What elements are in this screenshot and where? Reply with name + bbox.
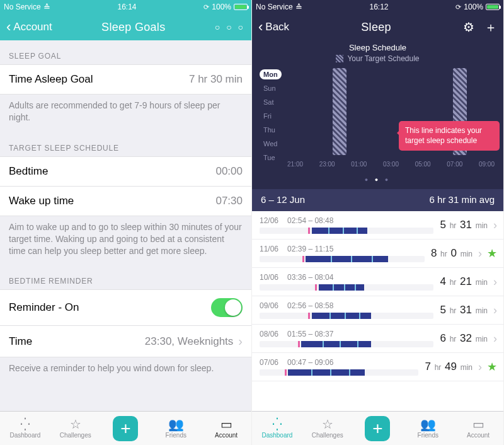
wakeup-row[interactable]: Wake up time 07:30: [0, 187, 251, 216]
entry-right: 6 hr 32 min›: [440, 332, 497, 345]
entry-bar: [260, 313, 433, 319]
label: Account: [215, 432, 238, 439]
tab-add[interactable]: +: [101, 412, 151, 445]
back-label: Account: [13, 21, 52, 33]
chevron-right-icon: ›: [493, 275, 497, 289]
entry-duration: 8 hr 0 min: [431, 247, 473, 260]
friends-icon: 👥: [168, 418, 184, 431]
sleep-list: 12/0602:54 – 08:485 hr 31 min›11/0602:39…: [252, 211, 503, 411]
sleep-entry[interactable]: 10/0603:36 – 08:044 hr 21 min›: [252, 268, 503, 296]
day-label[interactable]: Thu: [260, 125, 282, 135]
tab-challenges[interactable]: ☆ Challenges: [302, 412, 353, 445]
tab-dashboard[interactable]: ⁛ Dashboard: [252, 412, 302, 445]
chevron-right-icon: ›: [493, 332, 497, 345]
schedule-chart[interactable]: MonSunSatFriThuWedTue This line indicate…: [252, 67, 503, 174]
sleep-entry[interactable]: 11/0602:39 – 11:158 hr 0 min›★: [252, 240, 503, 268]
bedtime-row[interactable]: Bedtime 00:00: [0, 156, 251, 187]
x-tick: 07:00: [447, 161, 462, 168]
entry-left: 12/0602:54 – 08:48: [260, 216, 433, 234]
sleep-entry[interactable]: 09/0602:56 – 08:585 hr 31 min›: [252, 296, 503, 325]
chevron-left-icon: ‹: [258, 20, 263, 34]
section-bedtime-reminder: Bedtime Reminder: [0, 265, 251, 289]
plus-icon: +: [365, 416, 390, 441]
time-asleep-goal-row[interactable]: Time Asleep Goal 7 hr 30 min: [0, 64, 251, 95]
entry-bar: [260, 228, 433, 234]
x-tick: 01:00: [351, 161, 367, 168]
clock: 16:14: [117, 3, 136, 11]
label: Wake up time: [9, 195, 74, 207]
back-button[interactable]: ‹ Back: [258, 20, 289, 34]
entry-range: 02:56 – 08:58: [287, 301, 333, 310]
entry-range: 02:54 – 08:48: [287, 216, 333, 225]
entry-right: 5 hr 31 min›: [440, 304, 497, 317]
tab-challenges[interactable]: ☆ Challenges: [50, 412, 101, 445]
chevron-right-icon: ›: [478, 361, 482, 374]
settings-button[interactable]: ⚙: [463, 20, 474, 35]
label: Friends: [418, 432, 438, 439]
chevron-right-icon: ›: [493, 219, 497, 232]
sleep-entry[interactable]: 08/0601:55 – 08:376 hr 32 min›: [252, 325, 503, 353]
entry-meta: 12/0602:54 – 08:48: [260, 216, 433, 225]
day-label[interactable]: Tue: [260, 153, 282, 163]
day-label[interactable]: Wed: [260, 139, 282, 149]
battery-icon: [486, 4, 500, 10]
time-axis: 21:0023:0001:0003:0005:0007:0009:00: [287, 161, 495, 168]
label: Challenges: [60, 432, 91, 439]
sleep-entry[interactable]: 07/0600:47 – 09:067 hr 49 min›★: [252, 353, 503, 381]
day-label[interactable]: Mon: [260, 69, 282, 79]
entry-left: 08/0601:55 – 08:37: [260, 330, 433, 347]
reminder-toggle[interactable]: [211, 298, 243, 317]
plus-icon: +: [113, 416, 138, 441]
label: Time: [9, 335, 32, 348]
add-button[interactable]: ＋: [484, 19, 497, 36]
label: Bedtime: [9, 165, 48, 178]
day-axis: MonSunSatFriThuWedTue: [260, 69, 282, 163]
tab-account[interactable]: ▭ Account: [201, 412, 251, 445]
tab-dashboard[interactable]: ⁛ Dashboard: [0, 412, 50, 445]
panel-legend: Your Target Schedule: [252, 52, 503, 67]
entry-left: 07/0600:47 – 09:06: [260, 358, 418, 376]
entry-range: 01:55 – 08:37: [287, 330, 333, 338]
tab-friends[interactable]: 👥 Friends: [151, 412, 201, 445]
entry-range: 02:39 – 11:15: [287, 245, 333, 253]
back-button[interactable]: ‹ Account: [6, 20, 52, 34]
page-indicator[interactable]: ● ● ●: [252, 174, 503, 185]
day-label[interactable]: Sat: [260, 97, 282, 107]
value: 00:00: [215, 165, 243, 178]
x-tick: 23:00: [319, 161, 335, 168]
entry-duration: 7 hr 49 min: [425, 361, 473, 373]
tab-friends[interactable]: 👥 Friends: [403, 412, 453, 445]
chevron-right-icon: ›: [493, 304, 497, 317]
reminder-time-row[interactable]: Time 23:30, Weeknights ›: [0, 326, 251, 357]
x-tick: 03:00: [383, 161, 399, 168]
entry-bar: [260, 369, 418, 376]
sleep-entry[interactable]: 12/0602:54 – 08:485 hr 31 min›: [252, 211, 503, 240]
page-title: Sleep: [361, 21, 391, 34]
entry-left: 09/0602:56 – 08:58: [260, 301, 433, 319]
label: Dashboard: [261, 432, 292, 439]
reminder-toggle-row: Reminder - On: [0, 289, 251, 326]
entry-meta: 11/0602:39 – 11:15: [260, 245, 425, 253]
tab-add[interactable]: +: [353, 412, 403, 445]
nav-bar: ‹ Back Sleep ⚙ ＋: [252, 14, 503, 40]
battery-percent: 100%: [212, 3, 231, 11]
more-button[interactable]: ○ ○ ○: [215, 22, 245, 32]
panel-subtitle: Sleep Schedule: [252, 40, 503, 52]
chevron-right-icon: ›: [238, 334, 243, 349]
page-title: Sleep Goals: [101, 21, 165, 34]
day-label[interactable]: Fri: [260, 111, 282, 121]
entry-range: 03:36 – 08:04: [287, 273, 333, 282]
summary-range: 6 – 12 Jun: [261, 194, 305, 205]
section-target-schedule: Target Sleep Schedule: [0, 132, 251, 156]
status-bar: No Service ≙ 16:14 ⟳ 100%: [0, 0, 251, 14]
fitbit-icon: ⁛: [20, 418, 30, 431]
day-label[interactable]: Sun: [260, 83, 282, 93]
entry-date: 12/06: [260, 216, 278, 225]
tab-bar: ⁛ Dashboard ☆ Challenges + 👥 Friends ▭ A…: [252, 411, 503, 445]
entry-date: 09/06: [260, 301, 278, 310]
entry-left: 11/0602:39 – 11:15: [260, 245, 425, 262]
entry-duration: 5 hr 31 min: [440, 304, 488, 316]
tab-account[interactable]: ▭ Account: [453, 412, 503, 445]
entry-bar: [260, 341, 433, 347]
value: 7 hr 30 min: [189, 73, 243, 86]
